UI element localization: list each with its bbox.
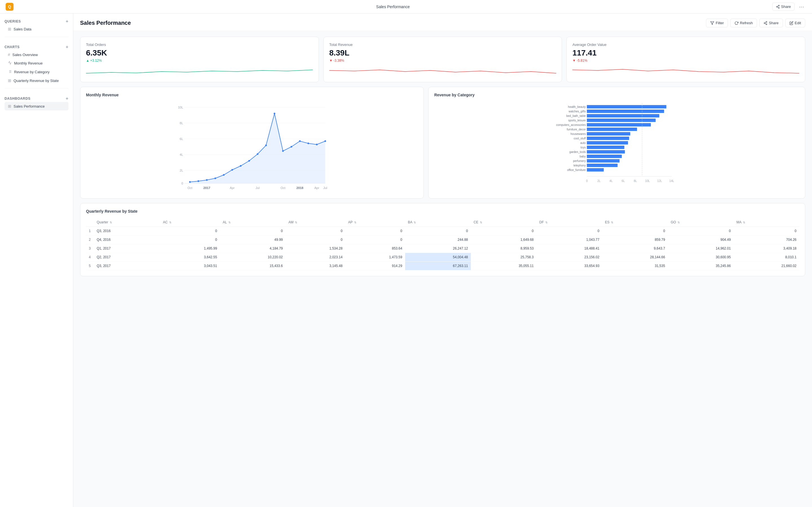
down-arrow-icon-2: ▼ xyxy=(572,59,576,62)
sort-icon-df[interactable]: ⇅ xyxy=(545,221,548,224)
svg-line-16 xyxy=(765,22,766,22)
kpi-avg-order-label: Average Order Value xyxy=(572,43,799,47)
kpi-total-revenue-label: Total Revenue xyxy=(329,43,556,47)
col-ma[interactable]: MA ⇅ xyxy=(733,218,799,227)
col-ac[interactable]: AC ⇅ xyxy=(160,218,220,227)
filter-icon xyxy=(710,21,714,25)
svg-text:telephony: telephony xyxy=(573,164,586,167)
add-query-button[interactable]: + xyxy=(66,19,68,24)
svg-point-29 xyxy=(189,181,191,183)
svg-point-40 xyxy=(282,150,284,152)
row-quarter: Q3, 2017 xyxy=(94,262,160,270)
sidebar: Queries + ⊞ Sales Data Charts + # Sales … xyxy=(0,13,73,507)
row-value: 8,959.53 xyxy=(471,244,537,253)
col-ba[interactable]: BA ⇅ xyxy=(405,218,471,227)
table-icon: ⊞ xyxy=(8,27,11,31)
row-value: 18,488.41 xyxy=(537,244,602,253)
svg-point-34 xyxy=(232,169,233,171)
row-num: 3 xyxy=(86,244,94,253)
sort-icon-ap[interactable]: ⇅ xyxy=(354,221,356,224)
col-ce[interactable]: CE ⇅ xyxy=(471,218,537,227)
refresh-button[interactable]: Refresh xyxy=(730,18,757,27)
dashboard-header: Sales Performance Filter Refresh Share E… xyxy=(73,13,812,31)
row-value: 10,220.02 xyxy=(220,253,286,262)
sort-icon-quarter[interactable]: ⇅ xyxy=(110,221,112,224)
sort-icon-am[interactable]: ⇅ xyxy=(295,221,297,224)
add-dashboard-button[interactable]: + xyxy=(66,96,68,101)
sidebar-item-sales-performance[interactable]: ⊞ Sales Performance xyxy=(4,102,68,110)
kpi-total-orders: Total Orders 6.35K ▲ +3.12% xyxy=(80,37,319,82)
topbar-more-button[interactable]: ⋯ xyxy=(797,3,806,11)
bar-chart-icon xyxy=(8,69,12,74)
quarterly-revenue-table: Quarter ⇅ AC ⇅ AL ⇅ xyxy=(86,218,799,270)
sort-icon-al[interactable]: ⇅ xyxy=(229,221,231,224)
revenue-by-category-svg: health_beauty watches_gifts bed_bath_tab… xyxy=(434,102,799,192)
kpi-total-revenue-value: 8.39L xyxy=(329,48,556,57)
sort-icon-es[interactable]: ⇅ xyxy=(611,221,613,224)
dashboards-section: Dashboards + ⊞ Sales Performance xyxy=(0,91,73,112)
svg-rect-67 xyxy=(587,132,630,135)
share-icon xyxy=(776,5,780,9)
col-go[interactable]: GO ⇅ xyxy=(668,218,733,227)
sort-icon-ac[interactable]: ⇅ xyxy=(169,221,171,224)
charts-section: Charts + # Sales Overview Monthly Revenu… xyxy=(0,39,73,86)
total-orders-sparkline xyxy=(86,65,313,75)
col-al[interactable]: AL ⇅ xyxy=(220,218,286,227)
quarterly-revenue-title: Quarterly Revenue by State xyxy=(86,209,799,214)
col-num xyxy=(86,218,94,227)
svg-text:auto: auto xyxy=(580,142,586,145)
svg-text:2L: 2L xyxy=(598,179,601,182)
row-value: 9,643.7 xyxy=(602,244,668,253)
col-quarter[interactable]: Quarter ⇅ xyxy=(94,218,160,227)
row-value: 1,043.77 xyxy=(537,235,602,244)
kpi-avg-order-change: ▼ -5.81% xyxy=(572,59,799,62)
dashboard-content: Total Orders 6.35K ▲ +3.12% Total Revenu… xyxy=(73,31,812,282)
dashboards-header: Dashboards + xyxy=(4,94,68,102)
sort-icon-ce[interactable]: ⇅ xyxy=(480,221,482,224)
sidebar-item-revenue-by-category[interactable]: Revenue by Category xyxy=(4,68,68,76)
monthly-revenue-chart: Monthly Revenue 10L 8L 6L 4L xyxy=(80,87,424,199)
svg-rect-55 xyxy=(587,105,666,108)
sidebar-item-sales-overview[interactable]: # Sales Overview xyxy=(4,50,68,59)
line-chart-icon xyxy=(8,61,12,66)
sort-icon-ba[interactable]: ⇅ xyxy=(414,221,416,224)
monthly-revenue-svg: 10L 8L 6L 4L 2L 0 xyxy=(86,102,418,192)
sidebar-item-quarterly-revenue-by-state[interactable]: ⊞ Quarterly Revenue by State xyxy=(4,76,68,85)
svg-rect-79 xyxy=(587,159,620,163)
svg-rect-77 xyxy=(587,155,622,158)
svg-rect-63 xyxy=(587,123,651,126)
edit-button[interactable]: Edit xyxy=(785,18,805,27)
down-arrow-icon: ▼ xyxy=(329,59,333,62)
row-value: 0 xyxy=(286,227,345,235)
row-value: 0 xyxy=(220,227,286,235)
row-value: 21,660.02 xyxy=(733,262,799,270)
topbar-share-button[interactable]: Share xyxy=(772,3,795,11)
table-row: 2Q4, 2016049.9900244.881,649.681,043.778… xyxy=(86,235,799,244)
row-value: 49.99 xyxy=(220,235,286,244)
row-value: 31,535 xyxy=(602,262,668,270)
sort-icon-ma[interactable]: ⇅ xyxy=(743,221,745,224)
svg-text:10L: 10L xyxy=(645,179,650,182)
add-chart-button[interactable]: + xyxy=(66,45,68,49)
row-value: 1,649.68 xyxy=(471,235,537,244)
row-value: 0 xyxy=(345,235,405,244)
svg-text:baby: baby xyxy=(580,155,586,158)
col-ap[interactable]: AP ⇅ xyxy=(345,218,405,227)
col-es[interactable]: ES ⇅ xyxy=(602,218,668,227)
share-button[interactable]: Share xyxy=(759,18,783,27)
row-value: 244.88 xyxy=(405,235,471,244)
col-am[interactable]: AM ⇅ xyxy=(286,218,345,227)
svg-point-32 xyxy=(214,177,216,179)
row-value: 0 xyxy=(733,227,799,235)
filter-button[interactable]: Filter xyxy=(706,18,728,27)
row-value: 853.64 xyxy=(345,244,405,253)
kpi-avg-order-value: Average Order Value 117.41 ▼ -5.81% xyxy=(566,37,805,82)
row-value: 25,758.3 xyxy=(471,253,537,262)
charts-row: Monthly Revenue 10L 8L 6L 4L xyxy=(80,87,805,199)
row-quarter: Q4, 2016 xyxy=(94,235,160,244)
sidebar-item-sales-data[interactable]: ⊞ Sales Data xyxy=(4,25,68,33)
svg-text:perfumery: perfumery xyxy=(573,159,586,163)
sort-icon-go[interactable]: ⇅ xyxy=(677,221,680,224)
sidebar-item-monthly-revenue[interactable]: Monthly Revenue xyxy=(4,59,68,68)
col-df[interactable]: DF ⇅ xyxy=(537,218,602,227)
